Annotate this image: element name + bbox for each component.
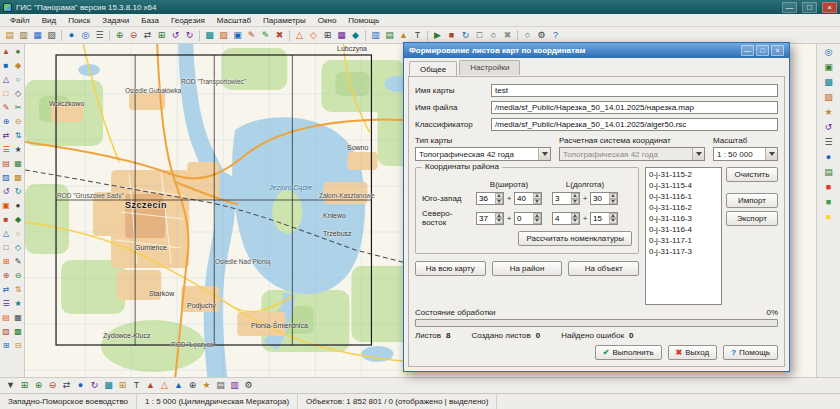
menu-item-вид[interactable]: Вид — [36, 15, 62, 26]
view-settings-icon[interactable]: ⚙ — [242, 379, 255, 392]
move-object-icon[interactable]: ⇅ — [12, 129, 24, 142]
help-button[interactable]: ? Помощь — [723, 345, 778, 360]
legend-panel-icon[interactable]: ▨ — [822, 91, 835, 104]
select-icon[interactable]: ▲ — [0, 45, 12, 58]
menu-item-геодезия[interactable]: Геодезия — [165, 15, 211, 26]
create-object-icon[interactable]: ✎ — [245, 29, 258, 42]
nomenclature-item[interactable]: 0-j-31-115-4 — [649, 180, 718, 191]
classifier-input[interactable] — [491, 118, 778, 131]
spinner-arrows-icon[interactable] — [533, 213, 541, 224]
full-map-button[interactable]: На всю карту — [415, 261, 486, 276]
ne-lon-min-spinner[interactable] — [590, 212, 618, 225]
undo-icon[interactable]: ↺ — [0, 185, 12, 198]
center-view-icon[interactable]: ● — [74, 379, 87, 392]
group-objects-icon[interactable]: ▤ — [0, 311, 12, 324]
matrix-icon[interactable]: ▦ — [335, 29, 348, 42]
measure-area-tool-icon[interactable]: ◆ — [12, 213, 24, 226]
spinner-arrows-icon[interactable] — [495, 213, 503, 224]
menu-item-задачи[interactable]: Задачи — [96, 15, 135, 26]
tab-settings[interactable]: Настройки — [459, 60, 520, 75]
spinner-arrows-icon[interactable] — [571, 193, 579, 204]
sw-lon-deg-spinner[interactable] — [552, 192, 580, 205]
pan-icon[interactable]: ⇄ — [141, 29, 154, 42]
tab-general[interactable]: Общее — [409, 61, 457, 76]
palette-green-icon[interactable]: ■ — [822, 196, 835, 209]
chart-icon[interactable]: ▲ — [397, 29, 410, 42]
map-type-select[interactable]: Топографическая 42 года — [415, 147, 551, 161]
execute-button[interactable]: ✔ Выполнить — [595, 345, 662, 360]
pan-tool-icon[interactable]: ■ — [0, 59, 12, 72]
full-extent-icon[interactable]: ⊞ — [155, 29, 168, 42]
menu-item-база[interactable]: База — [135, 15, 165, 26]
spinner-arrows-icon[interactable] — [533, 193, 541, 204]
print-icon[interactable]: ▧ — [45, 29, 58, 42]
layers-toggle-icon[interactable]: ▩ — [102, 379, 115, 392]
file-name-input[interactable] — [491, 101, 778, 114]
nomenclature-item[interactable]: 0-j-31-116-3 — [649, 213, 718, 224]
find-tool-icon[interactable]: ● — [12, 199, 24, 212]
color-tool-icon[interactable]: ⊖ — [12, 269, 24, 282]
chevron-down-icon[interactable] — [538, 148, 550, 160]
layers-icon[interactable]: ▩ — [203, 29, 216, 42]
spinner-arrows-icon[interactable] — [609, 213, 617, 224]
nomenclature-item[interactable]: 0-j-31-116-2 — [649, 202, 718, 213]
spinner-arrows-icon[interactable] — [609, 193, 617, 204]
ne-lon-deg-spinner[interactable] — [552, 212, 580, 225]
zoom-in-icon[interactable]: ⊕ — [113, 29, 126, 42]
clear-button[interactable]: Очистить — [726, 167, 778, 182]
select-area-icon[interactable]: ● — [12, 45, 24, 58]
window-minimize-button[interactable]: — — [782, 2, 797, 13]
run-task-icon[interactable]: ▶ — [431, 29, 444, 42]
menu-item-поиск[interactable]: Поиск — [62, 15, 96, 26]
objects-list-icon[interactable]: ☰ — [822, 136, 835, 149]
symbol-tool-icon[interactable]: ⊕ — [0, 269, 12, 282]
align-objects-icon[interactable]: ▨ — [0, 325, 12, 338]
grid-icon[interactable]: ⊞ — [321, 29, 334, 42]
layer-up-icon[interactable]: ⇄ — [0, 283, 12, 296]
nomenclature-item[interactable]: 0-j-31-117-3 — [649, 246, 718, 257]
palette-red-icon[interactable]: ■ — [822, 181, 835, 194]
grid-tool-icon[interactable]: ⊞ — [0, 255, 12, 268]
dialog-close-button[interactable]: × — [771, 45, 784, 56]
export-tool-icon[interactable]: ⊞ — [0, 339, 12, 352]
segment-icon[interactable]: ☰ — [0, 143, 12, 156]
ne-lat-min-spinner[interactable] — [514, 212, 542, 225]
nomenclature-item[interactable]: 0-j-31-115-2 — [649, 169, 718, 180]
create-polygon-icon[interactable]: □ — [0, 87, 12, 100]
dialog-minimize-button[interactable]: — — [741, 45, 754, 56]
edit-object-icon[interactable]: ✎ — [259, 29, 272, 42]
north-arrow-icon[interactable]: ▲ — [172, 379, 185, 392]
dialog-titlebar[interactable]: Формирование листов карт по координатам … — [404, 43, 789, 58]
save-icon[interactable]: ▦ — [31, 29, 44, 42]
print-area-icon[interactable]: ▤ — [214, 379, 227, 392]
buffer-zone-icon[interactable]: △ — [0, 227, 12, 240]
select-list-icon[interactable]: ☰ — [93, 29, 106, 42]
create-line-icon[interactable]: ○ — [12, 73, 24, 86]
ungroup-objects-icon[interactable]: ▦ — [12, 311, 24, 324]
measure-length-icon[interactable]: △ — [293, 29, 306, 42]
redo-icon[interactable]: ↻ — [12, 185, 24, 198]
scale-object-icon[interactable]: ⊖ — [12, 115, 24, 128]
stop-task-icon[interactable]: ■ — [445, 29, 458, 42]
nomenclature-item[interactable]: 0-j-31-117-1 — [649, 235, 718, 246]
vector-tool-icon[interactable]: ◇ — [12, 241, 24, 254]
export-button[interactable]: Экспорт — [726, 211, 778, 226]
gps-icon[interactable]: ○ — [521, 29, 534, 42]
calculate-nomenclatures-button[interactable]: Рассчитать номенклатуры — [518, 231, 632, 246]
nomenclature-item[interactable]: 0-j-31-116-4 — [649, 224, 718, 235]
exit-button[interactable]: ✖ Выход — [668, 345, 718, 360]
coordinates-icon[interactable]: ⊕ — [186, 379, 199, 392]
zoom-out-icon[interactable]: ⊖ — [46, 379, 59, 392]
select-circle-icon[interactable]: ○ — [487, 29, 500, 42]
find-object-icon[interactable]: ● — [65, 29, 78, 42]
sw-lat-deg-spinner[interactable] — [476, 192, 504, 205]
select-rect-icon[interactable]: □ — [473, 29, 486, 42]
menu-item-масштаб[interactable]: Масштаб — [211, 15, 257, 26]
topology-icon[interactable]: ▩ — [12, 171, 24, 184]
split-view-icon[interactable]: ▥ — [228, 379, 241, 392]
measure-area-icon[interactable]: ◇ — [307, 29, 320, 42]
create-point-icon[interactable]: △ — [0, 73, 12, 86]
sw-lat-min-spinner[interactable] — [514, 192, 542, 205]
menu-item-параметры[interactable]: Параметры — [257, 15, 312, 26]
object-info-icon[interactable]: ◆ — [12, 59, 24, 72]
